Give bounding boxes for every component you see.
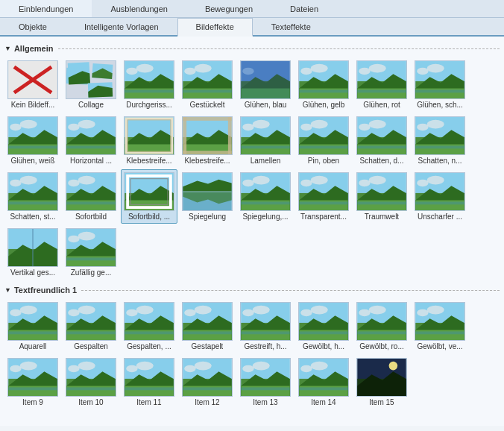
scroll-area[interactable]: ▼ Allgemein Kein Bildeff... Collage: [0, 37, 504, 426]
svg-point-83: [253, 120, 270, 129]
thumb-item[interactable]: Gewölbt, ro...: [353, 299, 410, 353]
svg-point-90: [311, 120, 328, 129]
svg-rect-262: [241, 387, 289, 390]
thumb-item[interactable]: Gewölbt, h...: [295, 299, 352, 353]
thumb-image: [240, 358, 291, 397]
thumb-item[interactable]: Spiegelung,...: [237, 169, 294, 224]
svg-point-237: [68, 365, 79, 373]
svg-rect-37: [299, 89, 347, 92]
thumb-item[interactable]: Aquarell: [4, 299, 61, 353]
thumb-label: Glühen, weiß: [11, 157, 55, 165]
thumb-item[interactable]: Gestreift, h...: [237, 299, 294, 353]
thumb-item[interactable]: Item 12: [179, 355, 236, 409]
thumb-item[interactable]: Item 15: [353, 355, 410, 409]
section-header-allgemein: ▼ Allgemein: [4, 44, 500, 53]
thumb-item[interactable]: Item 13: [237, 355, 294, 409]
thumb-item[interactable]: Kein Bildeff...: [4, 57, 61, 112]
svg-point-89: [300, 124, 312, 131]
thumb-item[interactable]: Item 14: [295, 355, 352, 409]
thumb-item[interactable]: Unscharfer ...: [412, 169, 468, 224]
svg-point-149: [359, 180, 370, 187]
thumb-item[interactable]: Glühen, gelb: [295, 57, 352, 112]
tab-bewegungen[interactable]: Bewegungen: [186, 0, 271, 17]
thumb-item[interactable]: Glühen, weiß: [4, 113, 61, 168]
thumb-item[interactable]: Glühen, blau: [237, 57, 294, 112]
tab-ausblendungen[interactable]: Ausblendungen: [92, 0, 186, 17]
svg-point-273: [389, 362, 398, 371]
thumb-item[interactable]: Klebestreife...: [179, 113, 236, 168]
thumb-item[interactable]: Gewölbt, ve...: [412, 299, 468, 353]
svg-point-259: [253, 362, 270, 371]
thumb-item[interactable]: Horizontal ...: [63, 113, 119, 168]
thumb-item[interactable]: Traumwelt: [353, 169, 410, 224]
svg-point-157: [427, 176, 444, 185]
thumb-item[interactable]: Schatten, st...: [4, 169, 61, 224]
thumb-item[interactable]: Sofortbild, ...: [121, 169, 177, 224]
thumb-label: Pin, oben: [308, 157, 339, 165]
thumb-item[interactable]: Klebestreife...: [121, 113, 177, 168]
tab-objekte[interactable]: Objekte: [0, 18, 66, 35]
thumb-item[interactable]: Gespalten, ...: [121, 299, 177, 353]
svg-point-245: [136, 362, 154, 371]
thumb-label: Spiegelung,...: [242, 213, 288, 221]
thumb-item[interactable]: Sofortbild: [63, 169, 119, 224]
section-divider-textfreundlich: [81, 290, 500, 291]
thumb-item[interactable]: Item 11: [121, 355, 177, 409]
svg-point-196: [195, 306, 212, 315]
svg-point-258: [242, 365, 253, 373]
thumb-label: Gestückelt: [189, 101, 224, 109]
thumb-image: [7, 172, 58, 211]
tab-dateien[interactable]: Dateien: [271, 0, 337, 17]
svg-point-174: [10, 309, 21, 317]
svg-point-118: [78, 176, 95, 185]
thumb-item[interactable]: Durchgeriss...: [121, 57, 177, 112]
section-arrow-allgemein[interactable]: ▼: [4, 45, 11, 52]
svg-rect-58: [8, 145, 57, 148]
thumb-image: [240, 302, 291, 341]
thumb-item[interactable]: Vertikal ges...: [4, 225, 61, 280]
section-arrow-textfreundlich[interactable]: ▼: [4, 286, 11, 294]
section-label-allgemein: Allgemein: [14, 44, 54, 53]
thumb-label: Gewölbt, ve...: [417, 342, 462, 350]
tab-texteffekte[interactable]: Texteffekte: [253, 18, 330, 35]
svg-point-156: [417, 180, 428, 187]
textfreundlich-grid: Aquarell Gespalten Gespalten, ... Gestap…: [4, 298, 500, 411]
thumb-image: [298, 60, 349, 99]
thumb-label: Schatten, d...: [360, 157, 404, 165]
thumb-item[interactable]: Glühen, rot: [353, 57, 410, 112]
thumb-label: Glühen, rot: [363, 101, 400, 109]
thumb-item[interactable]: Gestapelt: [179, 299, 236, 353]
thumb-item[interactable]: Gestückelt: [179, 57, 236, 112]
svg-rect-139: [241, 201, 289, 204]
thumb-item[interactable]: Item 10: [63, 355, 119, 409]
tab-intelligente-vorlagen[interactable]: Intelligente Vorlagen: [66, 18, 177, 35]
thumb-image: [298, 302, 349, 341]
thumb-item[interactable]: Spiegelung: [179, 169, 236, 224]
thumb-item[interactable]: Zufällig ge...: [63, 225, 119, 280]
thumb-label: Transparent...: [300, 213, 347, 221]
tab-bildeffekte[interactable]: Bildeffekte: [177, 18, 253, 37]
thumb-item[interactable]: Lamellen: [237, 113, 294, 168]
thumb-item[interactable]: Pin, oben: [295, 113, 352, 168]
thumb-label: Klebestreife...: [184, 157, 230, 165]
svg-point-224: [427, 306, 444, 315]
thumb-item[interactable]: Schatten, d...: [353, 113, 410, 168]
svg-point-244: [126, 365, 137, 373]
thumb-item[interactable]: Item 9: [4, 355, 61, 409]
thumb-item[interactable]: Gespalten: [63, 299, 119, 353]
content-area: ▼ Allgemein Kein Bildeff... Collage: [0, 37, 504, 426]
thumb-image: [182, 60, 233, 99]
tab-einblendungen[interactable]: Einblendungen: [0, 0, 92, 17]
svg-rect-78: [228, 117, 232, 154]
thumb-item[interactable]: Schatten, n...: [412, 113, 468, 168]
thumb-image: [66, 60, 116, 99]
svg-rect-17: [125, 89, 173, 92]
thumb-image: [66, 358, 116, 397]
thumb-item[interactable]: Collage: [63, 57, 119, 112]
svg-rect-269: [299, 387, 347, 390]
thumb-item[interactable]: Glühen, sch...: [412, 57, 468, 112]
svg-point-41: [369, 64, 386, 73]
thumb-image: [66, 302, 116, 341]
svg-point-238: [78, 362, 95, 371]
thumb-item[interactable]: Transparent...: [295, 169, 352, 224]
